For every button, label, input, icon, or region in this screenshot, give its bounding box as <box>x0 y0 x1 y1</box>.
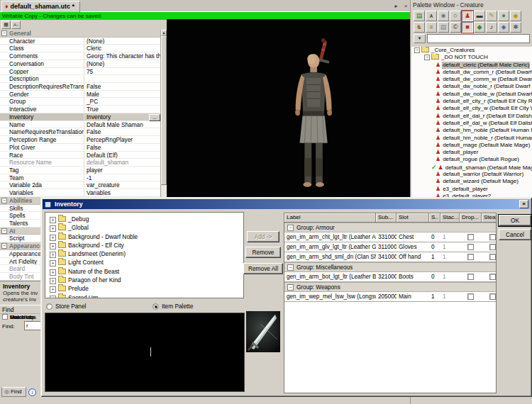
palette-creature-item[interactable]: ✓♟default_dw_noble_r (Default Dwarf Nobl <box>411 83 532 90</box>
inventory-table-row[interactable]: −gen_im_arm_cht_lgt_ltr (Leather Armor) … <box>284 232 496 242</box>
item-folder[interactable]: +Light Content <box>45 258 243 266</box>
expand-icon[interactable]: + <box>50 235 56 241</box>
remove-button[interactable]: Remove <box>245 247 281 258</box>
inventory-table-row[interactable]: −gen_im_wep_mel_lsw_lsw (Longsword) 2050… <box>284 292 496 302</box>
palette-creature-item[interactable]: ✓♟default_dw_comm_r (Default Dwarf Com <box>411 69 532 76</box>
treasure-icon[interactable]: ◆ <box>510 11 521 21</box>
group-collapse-icon[interactable]: − <box>287 264 294 271</box>
tab-find[interactable]: ◎Find <box>1 387 26 397</box>
waypoint-icon[interactable]: ᴀ <box>426 11 437 21</box>
module-icon[interactable]: ▤ <box>414 11 425 21</box>
sound-icon[interactable]: ♪ <box>486 22 497 33</box>
palette-dropdown-button[interactable]: ▼ <box>414 34 426 43</box>
item-folder[interactable]: +Landsmeet (Denerim) <box>45 249 243 258</box>
inventory-table-row[interactable]: −Group: Weapons <box>284 282 496 292</box>
selected-item-thumbnail[interactable] <box>246 311 280 352</box>
expand-icon[interactable]: + <box>50 269 56 276</box>
column-header-drop[interactable]: Drop... <box>460 213 482 223</box>
group-collapse-icon[interactable]: − <box>287 284 294 291</box>
property-row[interactable]: − Class Cleric <box>0 45 160 52</box>
palette-creature-item[interactable]: ✓♟default_cleric (Default Male Cleric) <box>411 62 532 69</box>
item-preview-viewport[interactable] <box>45 313 245 392</box>
checkbox-icon[interactable] <box>2 314 8 320</box>
column-header-stack[interactable]: Stac... <box>440 213 460 223</box>
scrollbar-thumb[interactable] <box>161 36 167 185</box>
character-icon[interactable]: ☻ <box>438 11 449 21</box>
tree-folder[interactable]: −_DO NOT TOUCH <box>411 54 532 61</box>
property-row[interactable]: − Description <box>0 75 160 83</box>
column-header-label[interactable]: Label <box>284 213 376 223</box>
document-tab[interactable]: ♦default_shaman.utc * <box>1 1 80 12</box>
palette-creature-item[interactable]: ✓♟default_elf_dal_r (Default Elf Dalish … <box>411 113 532 120</box>
inventory-table-row[interactable]: −Group: Armour <box>284 223 496 232</box>
property-row[interactable]: − Name Default Male Shaman <box>0 121 160 129</box>
store-panel-radio[interactable]: Store Panel <box>46 303 86 310</box>
creature-icon[interactable]: ♟ <box>462 11 473 21</box>
property-row[interactable]: − Variables Variables <box>0 189 160 197</box>
property-row[interactable]: − Resource Name default_shaman <box>0 159 160 167</box>
column-header-steal[interactable]: Steal... <box>482 213 497 223</box>
droppable-checkbox[interactable] <box>467 274 474 280</box>
expand-icon[interactable]: + <box>50 252 56 258</box>
document-icon[interactable]: ▤ <box>438 22 449 33</box>
column-header-slot[interactable]: Slot <box>397 213 429 223</box>
property-row[interactable]: − General <box>0 30 160 38</box>
property-row[interactable]: − Team -1 <box>0 174 160 182</box>
column-header-s[interactable]: S.. <box>429 213 440 223</box>
item-folder[interactable]: +Background - Elf City <box>45 241 243 249</box>
item-folder[interactable]: +Prelude <box>45 284 243 293</box>
cutscene-icon[interactable]: ▬ <box>474 11 485 21</box>
stealable-checkbox[interactable] <box>489 274 496 280</box>
palette-filter-combobox[interactable] <box>427 34 530 43</box>
cancel-button[interactable]: Cancel <box>499 229 531 240</box>
tab-close-button[interactable]: × <box>402 3 410 11</box>
collapse-icon[interactable]: − <box>424 55 430 60</box>
property-row[interactable]: − DescriptionRequiresReTranslation False <box>0 83 160 91</box>
palette-creature-item[interactable]: ✓♟default_elf_city_r (Default Elf City R… <box>411 98 532 105</box>
effect-icon[interactable]: ✎ <box>486 11 497 21</box>
ok-button[interactable]: OK <box>499 215 531 226</box>
inventory-table-row[interactable]: −Group: Miscellaneous <box>284 262 496 272</box>
palette-creature-item[interactable]: ✓♟default_player <box>411 149 532 156</box>
categorized-view-button[interactable]: ▦ <box>1 21 11 29</box>
palette-creature-item[interactable]: ✓♟default_wizard (Default Mage) <box>411 178 532 185</box>
palette-creature-item[interactable]: ✓♟default_mage (Default Male Mage) <box>411 142 532 149</box>
conversation-icon[interactable]: ○ <box>450 11 461 21</box>
property-row[interactable]: − Race Default (Elf) <box>0 152 160 159</box>
droppable-checkbox[interactable] <box>467 254 474 260</box>
property-row[interactable]: − Plot Giver False <box>0 144 160 152</box>
expand-icon[interactable]: + <box>50 225 56 232</box>
close-icon[interactable]: × <box>519 200 528 208</box>
expand-icon[interactable]: + <box>50 243 56 249</box>
droppable-checkbox[interactable] <box>467 234 474 240</box>
palette-creature-item[interactable]: ✓♟default_rogue (Default Rogue) <box>411 156 532 163</box>
palette-creature-item[interactable]: ✓♟e3_default_player <box>411 186 532 193</box>
item-folder[interactable]: +Background - Dwarf Noble <box>45 232 243 241</box>
item-palette-radio[interactable]: Item Palette <box>153 303 193 310</box>
animal-icon[interactable]: ♞ <box>414 22 425 33</box>
alphabetical-sort-button[interactable]: A↓ <box>11 21 21 29</box>
inventory-table-row[interactable]: −gen_im_arm_shd_sml_dn (Clan Shield) 341… <box>284 252 496 262</box>
item-folder[interactable]: +Sacred Urn <box>45 293 243 298</box>
property-row[interactable]: − Group _PC <box>0 98 160 106</box>
stealable-checkbox[interactable] <box>489 234 496 240</box>
property-row[interactable]: − Comments Georg: This character has the… <box>0 52 160 60</box>
item-icon[interactable]: ◈ <box>498 22 509 33</box>
expand-icon[interactable]: + <box>50 286 56 293</box>
palette-creature-item[interactable]: ✓♟default_dw_comm_w (Default Dwarf Con <box>411 76 532 83</box>
dialog-titlebar[interactable]: ▦Inventory × <box>43 199 530 209</box>
expand-icon[interactable]: + <box>50 217 56 223</box>
item-folder[interactable]: +Paragon of her Kind <box>45 276 243 284</box>
placeable-icon[interactable]: ■ <box>462 22 473 33</box>
inventory-table-row[interactable]: −gen_im_arm_bot_lgt_ltr (Leather Boots) … <box>284 272 496 282</box>
property-row[interactable]: − Interactive True <box>0 106 160 113</box>
palette-creature-item[interactable]: ✓♟default_hm_noble (Default Human Male <box>411 127 532 134</box>
copy-icon[interactable]: © <box>450 22 461 33</box>
property-row[interactable]: − Tag player <box>0 167 160 174</box>
info-icon[interactable]: i <box>28 388 36 396</box>
find-option-checkbox[interactable]: Use wildca <box>2 314 36 320</box>
tree-folder[interactable]: −_Core_Creatures <box>411 47 532 54</box>
droppable-checkbox[interactable] <box>467 293 474 300</box>
palette-creature-item[interactable]: ✓♟default_hm_noble_r (Default Human Male <box>411 135 532 142</box>
property-row[interactable]: − Conversation (None) <box>0 60 160 68</box>
